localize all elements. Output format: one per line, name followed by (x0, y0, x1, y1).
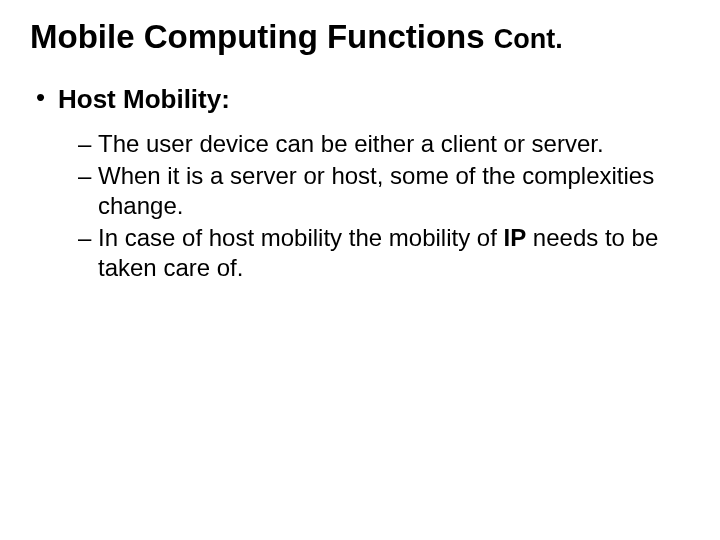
bullet-list-level1: Host Mobility: – The user device can be … (30, 84, 696, 283)
bullet-host-mobility: Host Mobility: – The user device can be … (30, 84, 696, 283)
sub-point-3-pre: In case of host mobility the mobility of (98, 224, 504, 251)
sub-point-2-text: When it is a server or host, some of the… (98, 162, 654, 219)
sub-point-1-text: The user device can be either a client o… (98, 130, 604, 157)
sub-point-3-bold: IP (504, 224, 527, 251)
section-label: Host Mobility: (58, 84, 230, 114)
dash-icon: – (78, 129, 91, 159)
dash-icon: – (78, 161, 91, 191)
dash-icon: – (78, 223, 91, 253)
sub-point-1: – The user device can be either a client… (58, 129, 696, 159)
bullet-list-level2: – The user device can be either a client… (58, 129, 696, 283)
sub-point-3: – In case of host mobility the mobility … (58, 223, 696, 283)
title-main: Mobile Computing Functions (30, 18, 494, 55)
title-cont: Cont. (494, 24, 563, 54)
slide-title: Mobile Computing Functions Cont. (30, 18, 696, 56)
slide: Mobile Computing Functions Cont. Host Mo… (0, 0, 720, 540)
sub-point-2: – When it is a server or host, some of t… (58, 161, 696, 221)
